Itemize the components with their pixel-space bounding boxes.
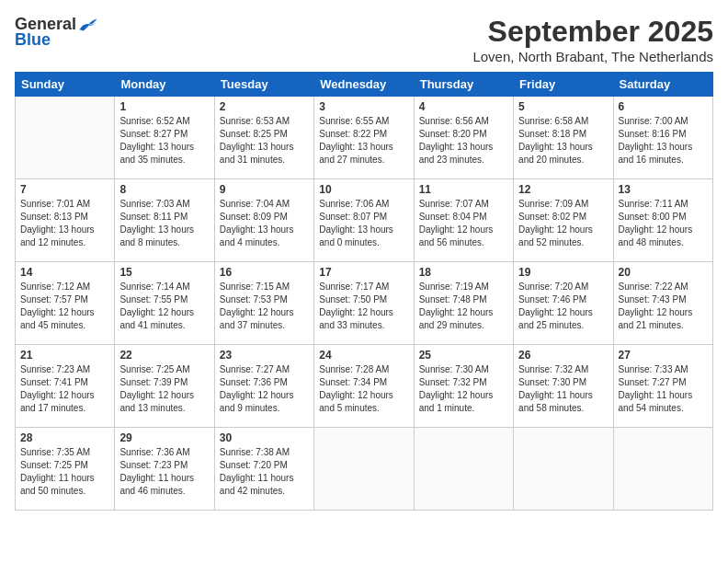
calendar-cell: 22Sunrise: 7:25 AM Sunset: 7:39 PM Dayli… — [115, 345, 214, 428]
calendar-cell: 15Sunrise: 7:14 AM Sunset: 7:55 PM Dayli… — [115, 262, 214, 345]
calendar-cell — [613, 428, 712, 511]
day-info: Sunrise: 7:33 AM Sunset: 7:27 PM Dayligh… — [619, 363, 708, 415]
day-info: Sunrise: 7:36 AM Sunset: 7:23 PM Dayligh… — [119, 446, 209, 498]
day-number: 29 — [119, 431, 209, 444]
day-info: Sunrise: 7:27 AM Sunset: 7:36 PM Dayligh… — [220, 363, 309, 415]
calendar-cell: 26Sunrise: 7:32 AM Sunset: 7:30 PM Dayli… — [514, 345, 613, 428]
day-number: 18 — [419, 266, 508, 279]
calendar-table: SundayMondayTuesdayWednesdayThursdayFrid… — [15, 72, 713, 511]
day-number: 5 — [518, 100, 608, 113]
day-info: Sunrise: 6:53 AM Sunset: 8:25 PM Dayligh… — [220, 115, 309, 167]
calendar-cell: 16Sunrise: 7:15 AM Sunset: 7:53 PM Dayli… — [214, 262, 313, 345]
month-title: September 2025 — [472, 15, 713, 49]
calendar-cell: 23Sunrise: 7:27 AM Sunset: 7:36 PM Dayli… — [214, 345, 313, 428]
calendar-cell: 30Sunrise: 7:38 AM Sunset: 7:20 PM Dayli… — [214, 428, 313, 511]
calendar-cell: 17Sunrise: 7:17 AM Sunset: 7:50 PM Dayli… — [314, 262, 414, 345]
calendar-cell: 24Sunrise: 7:28 AM Sunset: 7:34 PM Dayli… — [314, 345, 414, 428]
day-info: Sunrise: 7:07 AM Sunset: 8:04 PM Dayligh… — [419, 198, 508, 249]
week-row-5: 28Sunrise: 7:35 AM Sunset: 7:25 PM Dayli… — [16, 428, 713, 511]
week-row-1: 1Sunrise: 6:52 AM Sunset: 8:27 PM Daylig… — [16, 97, 713, 179]
day-info: Sunrise: 6:56 AM Sunset: 8:20 PM Dayligh… — [419, 115, 508, 167]
calendar-cell: 11Sunrise: 7:07 AM Sunset: 8:04 PM Dayli… — [414, 179, 513, 262]
day-number: 1 — [119, 100, 209, 113]
day-info: Sunrise: 7:09 AM Sunset: 8:02 PM Dayligh… — [518, 198, 608, 249]
day-number: 27 — [619, 349, 708, 362]
weekday-header-row: SundayMondayTuesdayWednesdayThursdayFrid… — [16, 73, 713, 97]
day-number: 28 — [20, 431, 109, 444]
weekday-header-thursday: Thursday — [414, 73, 513, 97]
day-info: Sunrise: 7:38 AM Sunset: 7:20 PM Dayligh… — [220, 446, 309, 498]
calendar-cell: 4Sunrise: 6:56 AM Sunset: 8:20 PM Daylig… — [414, 97, 513, 179]
calendar-cell — [314, 428, 414, 511]
day-info: Sunrise: 7:35 AM Sunset: 7:25 PM Dayligh… — [20, 446, 109, 498]
weekday-header-monday: Monday — [115, 73, 214, 97]
page-header: General Blue September 2025 Loven, North… — [15, 15, 713, 64]
day-number: 13 — [619, 183, 708, 196]
week-row-2: 7Sunrise: 7:01 AM Sunset: 8:13 PM Daylig… — [16, 179, 713, 262]
day-number: 19 — [518, 266, 608, 279]
weekday-header-tuesday: Tuesday — [214, 73, 313, 97]
calendar-cell: 9Sunrise: 7:04 AM Sunset: 8:09 PM Daylig… — [214, 179, 313, 262]
day-info: Sunrise: 7:30 AM Sunset: 7:32 PM Dayligh… — [419, 363, 508, 415]
day-number: 21 — [20, 349, 109, 362]
logo: General Blue — [15, 15, 98, 50]
day-number: 22 — [119, 349, 209, 362]
day-info: Sunrise: 7:20 AM Sunset: 7:46 PM Dayligh… — [518, 281, 608, 332]
calendar-cell: 10Sunrise: 7:06 AM Sunset: 8:07 PM Dayli… — [314, 179, 414, 262]
day-number: 17 — [319, 266, 408, 279]
day-number: 8 — [119, 183, 209, 196]
day-info: Sunrise: 6:55 AM Sunset: 8:22 PM Dayligh… — [319, 115, 408, 167]
calendar-cell: 13Sunrise: 7:11 AM Sunset: 8:00 PM Dayli… — [613, 179, 712, 262]
day-info: Sunrise: 6:52 AM Sunset: 8:27 PM Dayligh… — [119, 115, 209, 167]
day-number: 20 — [619, 266, 708, 279]
day-number: 24 — [319, 349, 408, 362]
day-info: Sunrise: 7:19 AM Sunset: 7:48 PM Dayligh… — [419, 281, 508, 332]
weekday-header-saturday: Saturday — [613, 73, 712, 97]
weekday-header-wednesday: Wednesday — [314, 73, 414, 97]
calendar-cell: 19Sunrise: 7:20 AM Sunset: 7:46 PM Dayli… — [514, 262, 613, 345]
calendar-cell — [16, 97, 115, 179]
day-info: Sunrise: 7:06 AM Sunset: 8:07 PM Dayligh… — [319, 198, 408, 249]
day-number: 25 — [419, 349, 508, 362]
calendar-cell: 21Sunrise: 7:23 AM Sunset: 7:41 PM Dayli… — [16, 345, 115, 428]
day-number: 6 — [619, 100, 708, 113]
calendar-cell: 25Sunrise: 7:30 AM Sunset: 7:32 PM Dayli… — [414, 345, 513, 428]
calendar-cell: 18Sunrise: 7:19 AM Sunset: 7:48 PM Dayli… — [414, 262, 513, 345]
day-number: 4 — [419, 100, 508, 113]
calendar-cell: 3Sunrise: 6:55 AM Sunset: 8:22 PM Daylig… — [314, 97, 414, 179]
day-info: Sunrise: 7:22 AM Sunset: 7:43 PM Dayligh… — [619, 281, 708, 332]
calendar-cell: 1Sunrise: 6:52 AM Sunset: 8:27 PM Daylig… — [115, 97, 214, 179]
day-number: 15 — [119, 266, 209, 279]
day-info: Sunrise: 7:25 AM Sunset: 7:39 PM Dayligh… — [119, 363, 209, 415]
calendar-cell: 20Sunrise: 7:22 AM Sunset: 7:43 PM Dayli… — [613, 262, 712, 345]
calendar-cell: 28Sunrise: 7:35 AM Sunset: 7:25 PM Dayli… — [16, 428, 115, 511]
day-info: Sunrise: 7:28 AM Sunset: 7:34 PM Dayligh… — [319, 363, 408, 415]
day-number: 16 — [220, 266, 309, 279]
weekday-header-friday: Friday — [514, 73, 613, 97]
week-row-3: 14Sunrise: 7:12 AM Sunset: 7:57 PM Dayli… — [16, 262, 713, 345]
day-number: 3 — [319, 100, 408, 113]
day-number: 2 — [220, 100, 309, 113]
calendar-cell: 12Sunrise: 7:09 AM Sunset: 8:02 PM Dayli… — [514, 179, 613, 262]
day-info: Sunrise: 7:15 AM Sunset: 7:53 PM Dayligh… — [220, 281, 309, 332]
calendar-cell: 6Sunrise: 7:00 AM Sunset: 8:16 PM Daylig… — [613, 97, 712, 179]
calendar-cell: 8Sunrise: 7:03 AM Sunset: 8:11 PM Daylig… — [115, 179, 214, 262]
day-info: Sunrise: 7:17 AM Sunset: 7:50 PM Dayligh… — [319, 281, 408, 332]
calendar-cell: 5Sunrise: 6:58 AM Sunset: 8:18 PM Daylig… — [514, 97, 613, 179]
calendar-cell: 7Sunrise: 7:01 AM Sunset: 8:13 PM Daylig… — [16, 179, 115, 262]
calendar-cell: 2Sunrise: 6:53 AM Sunset: 8:25 PM Daylig… — [214, 97, 313, 179]
day-number: 10 — [319, 183, 408, 196]
day-info: Sunrise: 7:32 AM Sunset: 7:30 PM Dayligh… — [518, 363, 608, 415]
day-info: Sunrise: 7:04 AM Sunset: 8:09 PM Dayligh… — [220, 198, 309, 249]
day-info: Sunrise: 7:23 AM Sunset: 7:41 PM Dayligh… — [20, 363, 109, 415]
calendar-cell: 27Sunrise: 7:33 AM Sunset: 7:27 PM Dayli… — [613, 345, 712, 428]
title-area: September 2025 Loven, North Brabant, The… — [472, 15, 713, 64]
day-info: Sunrise: 7:14 AM Sunset: 7:55 PM Dayligh… — [119, 281, 209, 332]
day-info: Sunrise: 7:00 AM Sunset: 8:16 PM Dayligh… — [619, 115, 708, 167]
day-number: 14 — [20, 266, 109, 279]
location-title: Loven, North Brabant, The Netherlands — [472, 49, 713, 64]
calendar-cell: 29Sunrise: 7:36 AM Sunset: 7:23 PM Dayli… — [115, 428, 214, 511]
day-info: Sunrise: 7:03 AM Sunset: 8:11 PM Dayligh… — [119, 198, 209, 249]
day-number: 23 — [220, 349, 309, 362]
weekday-header-sunday: Sunday — [16, 73, 115, 97]
